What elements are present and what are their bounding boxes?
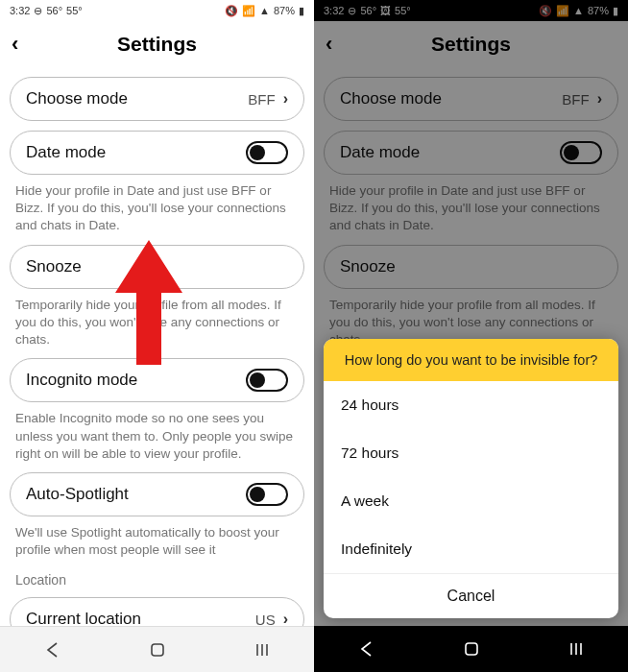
desc-snooze: Temporarily hide your profile from all m…: [10, 289, 304, 349]
dnd-icon: ⊖: [34, 5, 42, 17]
row-label: Incognito mode: [26, 371, 137, 390]
option-a-week[interactable]: A week: [324, 477, 618, 525]
row-date-mode[interactable]: Date mode: [10, 131, 304, 175]
row-label: Snooze: [26, 257, 82, 276]
nav-recent[interactable]: [538, 634, 615, 664]
nav-home[interactable]: [433, 634, 510, 664]
row-auto-spotlight[interactable]: Auto-Spotlight: [10, 472, 304, 516]
header: ‹ Settings: [0, 21, 314, 67]
row-label: Choose mode: [26, 89, 128, 108]
settings-list[interactable]: Choose mode BFF › Date mode Hide your pr…: [0, 77, 314, 672]
battery-icon: ▮: [299, 5, 304, 17]
toggle-auto-spotlight[interactable]: [246, 483, 288, 506]
row-value: BFF: [248, 91, 275, 108]
svg-rect-5: [466, 643, 477, 655]
option-24-hours[interactable]: 24 hours: [324, 381, 618, 429]
row-incognito[interactable]: Incognito mode: [10, 358, 304, 402]
section-location: Location: [10, 559, 304, 588]
phone-left: 3:32 ⊖ 56° 55° 🔇 📶 ▲ 87% ▮ ‹ Settings Ch…: [0, 0, 314, 672]
row-label: Auto-Spotlight: [26, 485, 129, 504]
android-navbar: [0, 626, 314, 672]
svg-rect-1: [152, 644, 163, 656]
signal-icon: ▲: [259, 5, 270, 16]
chevron-right-icon: ›: [283, 90, 288, 108]
status-bar: 3:32 ⊖ 56° 55° 🔇 📶 ▲ 87% ▮: [0, 0, 314, 21]
option-indefinitely[interactable]: Indefinitely: [324, 525, 618, 573]
row-label: Date mode: [26, 143, 106, 162]
toggle-incognito[interactable]: [246, 369, 288, 392]
page-title: Settings: [117, 33, 197, 56]
desc-date-mode: Hide your profile in Date and just use B…: [10, 175, 304, 235]
status-temp2: 55°: [66, 5, 83, 16]
cancel-button[interactable]: Cancel: [324, 573, 618, 618]
nav-back[interactable]: [328, 634, 405, 664]
status-battery: 87%: [274, 5, 295, 16]
nav-home[interactable]: [119, 635, 196, 665]
sheet-title: How long do you want to be invisible for…: [324, 339, 618, 381]
option-72-hours[interactable]: 72 hours: [324, 429, 618, 477]
nav-back[interactable]: [14, 635, 91, 665]
android-navbar: [314, 626, 628, 672]
row-choose-mode[interactable]: Choose mode BFF ›: [10, 77, 304, 121]
toggle-date-mode[interactable]: [246, 141, 288, 164]
desc-incognito: Enable Incognito mode so no one sees you…: [10, 402, 304, 463]
snooze-duration-sheet: How long do you want to be invisible for…: [324, 339, 618, 618]
back-button[interactable]: ‹: [12, 32, 18, 57]
row-snooze[interactable]: Snooze: [10, 245, 304, 289]
desc-auto-spotlight: We'll use Spotlight automatically to boo…: [10, 516, 304, 559]
status-temp1: 56°: [46, 5, 62, 16]
phone-right: 3:32 ⊖ 56° 🖼 55° 🔇 📶 ▲ 87% ▮ ‹ Settings …: [314, 0, 628, 672]
wifi-icon: 📶: [242, 5, 255, 17]
status-time: 3:32: [10, 5, 30, 16]
mute-icon: 🔇: [225, 5, 238, 17]
nav-recent[interactable]: [224, 635, 301, 665]
